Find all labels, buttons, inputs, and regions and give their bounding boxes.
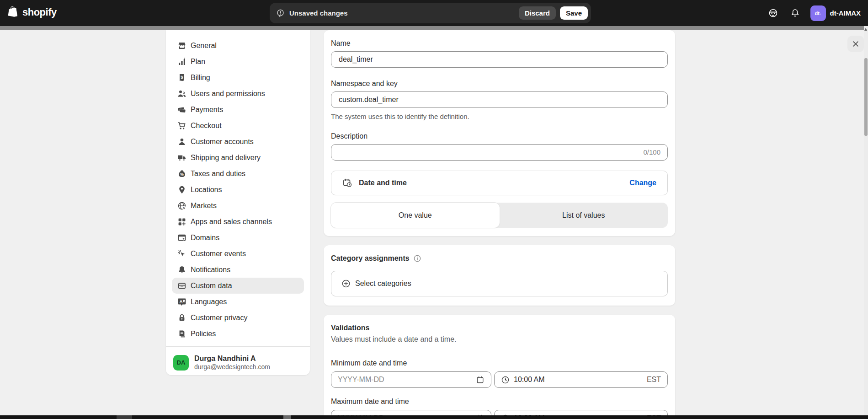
validations-title: Validations [331, 324, 668, 332]
sidebar-item-label: Billing [191, 74, 210, 82]
min-date-input[interactable]: YYYY-MM-DD [331, 371, 491, 388]
sidebar-item-label: Policies [191, 330, 216, 338]
sidekick-icon[interactable] [766, 5, 781, 21]
settings-sidebar: GeneralPlan$BillingUsers and permissions… [166, 30, 310, 375]
modal-top-strip [0, 26, 864, 30]
sidebar-item-billing[interactable]: $Billing [172, 70, 304, 86]
user-name[interactable]: dt-AIMAX [830, 9, 861, 17]
min-timezone-label: EST [647, 376, 661, 384]
sidebar-item-plan[interactable]: Plan [172, 54, 304, 70]
sidebar-item-label: Payments [191, 106, 223, 114]
taxes-icon: % [177, 169, 186, 178]
apps-icon [177, 217, 186, 226]
type-label: Date and time [359, 179, 407, 187]
cursor-icon [177, 249, 186, 258]
select-categories-button[interactable]: Select categories [331, 271, 668, 296]
account-name: Durga Nandhini A [194, 354, 270, 363]
scrollbar-up-arrow[interactable] [864, 28, 867, 31]
unsaved-changes-bar: Unsaved changes Discard Save [270, 3, 591, 23]
sidebar-item-markets[interactable]: $Markets [172, 198, 304, 214]
custom-data-icon [177, 281, 186, 290]
lock-icon [177, 313, 186, 322]
policies-icon [177, 329, 186, 338]
pin-icon [177, 185, 186, 194]
svg-text:$: $ [183, 206, 185, 210]
sidebar-item-users-and-permissions[interactable]: Users and permissions [172, 86, 304, 102]
sidebar-item-label: Customer accounts [191, 138, 254, 146]
account-email: durga@wedesigntech.com [194, 363, 270, 371]
sidebar-item-languages[interactable]: ALanguages [172, 294, 304, 310]
sidebar-item-label: Users and permissions [191, 90, 265, 98]
notification-bell-icon [177, 265, 186, 274]
store-icon [177, 41, 186, 50]
sidebar-item-customer-accounts[interactable]: Customer accounts [172, 134, 304, 150]
sidebar-item-locations[interactable]: Locations [172, 182, 304, 198]
user-avatar[interactable]: dt- [810, 5, 826, 21]
sidebar-item-label: Taxes and duties [191, 170, 245, 178]
cardinality-toggle: One value List of values [331, 203, 668, 228]
browser-scrollbar[interactable] [864, 26, 868, 416]
discard-button[interactable]: Discard [519, 6, 556, 20]
sidebar-item-custom-data[interactable]: Custom data [172, 278, 304, 294]
change-type-link[interactable]: Change [629, 179, 656, 187]
type-row: Date and time Change [331, 171, 668, 195]
description-char-counter: 0/100 [643, 148, 660, 156]
min-date-time-label: Minimum date and time [331, 359, 668, 367]
validations-card: Validations Values must include a date a… [324, 315, 675, 419]
min-time-value: 10:00 AM [514, 376, 647, 384]
sidebar-item-checkout[interactable]: Checkout [172, 118, 304, 134]
definition-card: Name Namespace and key The system uses t… [324, 30, 675, 236]
sidebar-item-apps-and-sales-channels[interactable]: Apps and sales channels [172, 214, 304, 230]
sidebar-item-label: General [191, 42, 217, 50]
save-button[interactable]: Save [560, 6, 588, 20]
sidebar-item-label: Customer privacy [191, 314, 247, 322]
namespace-help-text: The system uses this to identify the def… [331, 113, 668, 120]
account-card[interactable]: DA Durga Nandhini A durga@wedesigntech.c… [166, 346, 310, 378]
truck-icon [177, 153, 186, 162]
plan-icon [177, 57, 186, 66]
validations-subtitle: Values must include a date and a time. [331, 335, 668, 344]
svg-text:A: A [180, 299, 183, 303]
max-date-time-label: Maximum date and time [331, 398, 668, 406]
date-time-icon [342, 178, 352, 188]
billing-icon: $ [177, 73, 186, 82]
description-input[interactable] [331, 144, 668, 161]
unsaved-changes-label: Unsaved changes [289, 9, 348, 17]
sidebar-item-domains[interactable]: Domains [172, 230, 304, 246]
sidebar-item-policies[interactable]: Policies [172, 326, 304, 342]
sidebar-item-label: Domains [191, 234, 219, 242]
sidebar-item-label: Markets [191, 202, 217, 210]
clock-icon [501, 376, 510, 384]
close-settings-button[interactable] [847, 36, 864, 52]
sidebar-item-customer-privacy[interactable]: Customer privacy [172, 310, 304, 326]
bell-icon[interactable] [788, 5, 803, 21]
sidebar-item-label: Apps and sales channels [191, 218, 272, 226]
namespace-input[interactable] [331, 91, 668, 108]
select-categories-label: Select categories [355, 279, 411, 288]
account-avatar: DA [173, 355, 189, 371]
one-value-segment[interactable]: One value [331, 203, 500, 228]
sidebar-item-label: Locations [191, 186, 222, 194]
sidebar-item-taxes-and-duties[interactable]: %Taxes and duties [172, 166, 304, 182]
sidebar-item-label: Checkout [191, 122, 222, 130]
shopify-logo[interactable]: shopify [7, 6, 57, 19]
sidebar-item-general[interactable]: General [172, 38, 304, 54]
sidebar-item-label: Customer events [191, 250, 246, 258]
category-assignments-card: Category assignments Select categories [324, 245, 675, 306]
calendar-icon[interactable] [476, 376, 485, 384]
languages-icon: A [177, 297, 186, 306]
domains-icon [177, 233, 186, 242]
name-input[interactable] [331, 51, 668, 68]
sidebar-item-payments[interactable]: Payments [172, 102, 304, 118]
sidebar-item-customer-events[interactable]: Customer events [172, 246, 304, 262]
sidebar-item-shipping-and-delivery[interactable]: Shipping and delivery [172, 150, 304, 166]
scrollbar-thumb[interactable] [864, 58, 868, 136]
min-date-placeholder: YYYY-MM-DD [338, 376, 476, 384]
info-icon[interactable] [413, 254, 421, 263]
svg-text:%: % [180, 172, 184, 177]
sidebar-item-notifications[interactable]: Notifications [172, 262, 304, 278]
payments-icon [177, 105, 186, 114]
min-time-input[interactable]: 10:00 AM EST [494, 371, 668, 388]
list-of-values-segment[interactable]: List of values [500, 203, 668, 228]
taskbar-edge [0, 415, 868, 419]
